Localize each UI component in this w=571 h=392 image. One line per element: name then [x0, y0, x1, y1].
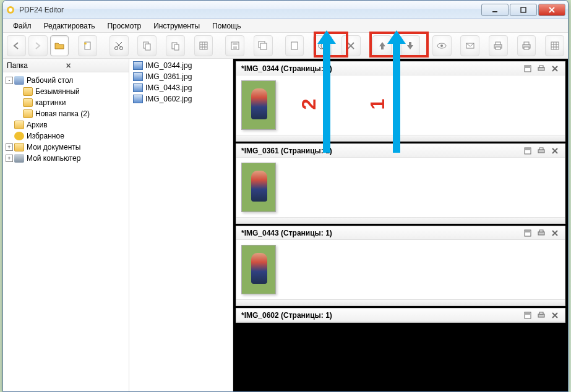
copy-button[interactable] [137, 35, 157, 56]
tree-label: Избранное [27, 132, 64, 140]
tree-toggle[interactable]: + [6, 155, 13, 162]
menu-help[interactable]: Помощь [206, 20, 247, 32]
page-thumbnail[interactable] [241, 245, 276, 294]
doc-save-button[interactable] [523, 228, 533, 238]
doc-header: *IMG_0344 (Страницы: 1) [236, 62, 565, 75]
doc-title: *IMG_0361 (Страницы: 1) [241, 147, 523, 155]
svg-rect-38 [524, 47, 529, 49]
doc-close-button[interactable] [550, 146, 560, 156]
blank-page-button[interactable] [285, 35, 304, 56]
doc-footer [236, 217, 565, 223]
computer-icon [14, 154, 24, 163]
svg-rect-22 [233, 46, 237, 49]
doc-close-button[interactable] [550, 228, 560, 238]
doc-save-button[interactable] [523, 64, 533, 74]
doc-title: *IMG_0443 (Страницы: 1) [241, 229, 523, 237]
move-down-button[interactable] [401, 35, 420, 56]
arrow-up-icon [377, 40, 388, 51]
merge-button[interactable] [313, 35, 332, 56]
maximize-button[interactable] [510, 4, 537, 16]
move-up-button[interactable] [372, 35, 392, 56]
new-doc-button[interactable] [78, 35, 97, 56]
doc-footer [236, 299, 565, 305]
tree-item[interactable]: -Рабочий стол [4, 75, 127, 86]
tree-label: картинки [35, 98, 66, 107]
tree-toggle[interactable]: + [6, 143, 13, 151]
print2-button[interactable] [517, 35, 536, 56]
folder-tree: -Рабочий столБезымянныйкартинкиНовая пап… [3, 72, 129, 166]
calc2-button[interactable] [545, 35, 564, 56]
delete-button[interactable] [341, 35, 361, 56]
file-item[interactable]: IMG_0602.jpg [131, 93, 231, 104]
print-button[interactable] [489, 35, 508, 56]
save-multi-icon [257, 40, 268, 51]
page-thumbnail[interactable] [241, 163, 276, 212]
svg-line-9 [117, 42, 122, 47]
save-all-button[interactable] [254, 35, 273, 56]
tree-toggle[interactable]: - [6, 77, 13, 84]
svg-rect-57 [525, 230, 530, 232]
menu-edit[interactable]: Редактировать [38, 20, 101, 32]
tree-item[interactable]: картинки [4, 97, 127, 108]
document-card[interactable]: *IMG_0361 (Страницы: 1) [236, 143, 565, 224]
menu-view[interactable]: Просмотр [101, 20, 147, 32]
svg-rect-65 [539, 312, 543, 314]
doc-header-buttons [523, 146, 560, 156]
svg-rect-53 [539, 148, 543, 150]
file-item[interactable]: IMG_0443.jpg [131, 82, 231, 93]
file-name: IMG_0602.jpg [145, 95, 192, 103]
menu-tools[interactable]: Инструменты [147, 20, 206, 32]
printer-icon [521, 40, 532, 51]
doc-header-buttons [523, 228, 560, 238]
calc-button[interactable] [194, 35, 213, 56]
toolbar [3, 33, 568, 59]
cut-button[interactable] [109, 35, 129, 56]
menu-file[interactable]: Файл [7, 20, 38, 32]
paste-button[interactable] [166, 35, 185, 56]
doc-close-button[interactable] [550, 310, 560, 320]
document-card[interactable]: *IMG_0443 (Страницы: 1) [236, 226, 565, 306]
doc-header: *IMG_0602 (Страницы: 1) [236, 309, 565, 322]
save-button[interactable] [225, 35, 244, 56]
tree-label: Мой компьютер [27, 154, 80, 163]
doc-save-button[interactable] [523, 310, 533, 320]
doc-print-button[interactable] [536, 64, 546, 74]
file-item[interactable]: IMG_0344.jpg [131, 60, 231, 71]
open-folder-button[interactable] [50, 35, 69, 56]
svg-rect-25 [291, 42, 298, 49]
tree-item[interactable]: Новая папка (2) [4, 108, 127, 119]
tree-item[interactable]: Архив [4, 119, 127, 130]
file-name: IMG_0344.jpg [145, 61, 192, 70]
doc-close-button[interactable] [550, 64, 560, 74]
doc-print-button[interactable] [536, 310, 546, 320]
back-button[interactable] [7, 35, 26, 56]
tree-item[interactable]: Безымянный [4, 86, 127, 97]
doc-body [236, 158, 565, 217]
close-button[interactable] [538, 4, 565, 16]
minimize-button[interactable] [481, 4, 509, 16]
document-card[interactable]: *IMG_0344 (Страницы: 1) [236, 61, 565, 142]
doc-print-button[interactable] [536, 228, 546, 238]
image-file-icon [133, 83, 143, 92]
tree-item[interactable]: +Мои документы [4, 142, 127, 153]
document-card[interactable]: *IMG_0602 (Страницы: 1) [236, 308, 565, 323]
annotation-label-2: 2 [298, 99, 320, 110]
merge-icon [317, 40, 328, 51]
doc-save-button[interactable] [523, 146, 533, 156]
tree-item[interactable]: Избранное [4, 130, 127, 142]
page-thumbnail[interactable] [241, 80, 276, 130]
grid-icon [549, 40, 560, 51]
folder-icon [14, 121, 24, 129]
file-item[interactable]: IMG_0361.jpg [131, 71, 231, 82]
svg-rect-14 [174, 45, 179, 50]
tree-item[interactable]: +Мой компьютер [4, 153, 127, 164]
svg-rect-59 [539, 230, 543, 232]
app-window: PDF24 Editor Файл Редактировать Просмотр… [2, 0, 569, 392]
folder-icon [14, 143, 24, 151]
svg-rect-52 [538, 150, 544, 153]
doc-print-button[interactable] [536, 146, 546, 156]
forward-button[interactable] [28, 35, 48, 56]
folder-panel-close[interactable]: × [66, 61, 126, 70]
email-button[interactable] [460, 35, 479, 56]
preview-button[interactable] [432, 35, 452, 56]
